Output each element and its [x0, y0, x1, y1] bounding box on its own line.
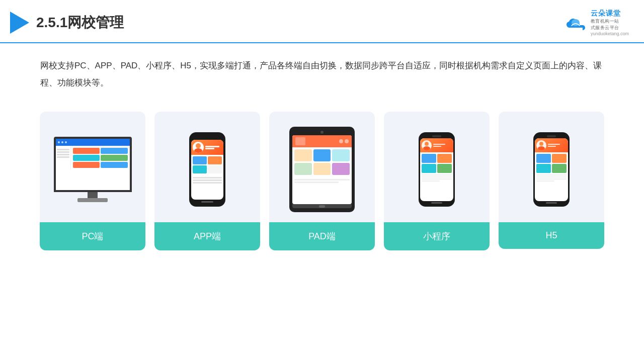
miniprogram-phone-mockup	[419, 132, 455, 207]
brand-url: yunduoketang.com	[591, 31, 629, 36]
cards-container: PC端	[0, 102, 644, 265]
app-image-area	[154, 112, 260, 222]
pad-label: PAD端	[269, 222, 375, 250]
svg-point-0	[572, 19, 580, 26]
app-label: APP端	[154, 222, 260, 250]
brand-text-block: 云朵课堂 教育机构一站 式服务云平台 yunduoketang.com	[591, 9, 629, 36]
brand-sub1: 教育机构一站	[591, 18, 619, 25]
page-title: 2.5.1网校管理	[36, 13, 124, 32]
card-miniprogram: 小程序	[384, 112, 490, 250]
svg-point-2	[194, 148, 202, 153]
cloud-icon	[564, 15, 588, 31]
card-app: APP端	[154, 112, 260, 250]
miniprogram-label: 小程序	[384, 222, 490, 250]
header-left: 2.5.1网校管理	[10, 12, 124, 34]
pc-label: PC端	[40, 222, 145, 250]
h5-label: H5	[499, 222, 604, 249]
brand-logo: 云朵课堂 教育机构一站 式服务云平台 yunduoketang.com	[564, 9, 629, 36]
pc-screen	[54, 137, 132, 192]
tablet-mockup	[289, 127, 355, 212]
card-pad: PAD端	[269, 112, 375, 250]
app-phone-mockup	[189, 132, 225, 207]
h5-image-area	[499, 112, 604, 222]
brand-sub2: 式服务云平台	[591, 25, 619, 31]
pc-image-area	[40, 112, 145, 222]
pc-mockup	[54, 137, 132, 202]
header-right: 云朵课堂 教育机构一站 式服务云平台 yunduoketang.com	[564, 9, 629, 36]
description-text: 网校支持PC、APP、PAD、小程序、H5，实现多端打通，产品各终端自由切换，数…	[0, 43, 644, 97]
pad-image-area	[269, 112, 375, 222]
logo-triangle-icon	[10, 12, 29, 34]
svg-point-4	[423, 146, 430, 150]
card-h5: H5	[499, 112, 604, 249]
svg-point-5	[539, 142, 543, 146]
header: 2.5.1网校管理 云朵课堂 教育机构一站 式服务云平台 yunduoketan…	[0, 0, 644, 43]
miniprogram-image-area	[384, 112, 490, 222]
svg-point-3	[425, 142, 429, 146]
brand-name: 云朵课堂	[591, 9, 621, 18]
h5-phone-mockup	[533, 132, 570, 207]
svg-point-1	[196, 143, 201, 148]
svg-point-6	[538, 146, 545, 150]
card-pc: PC端	[40, 112, 145, 250]
